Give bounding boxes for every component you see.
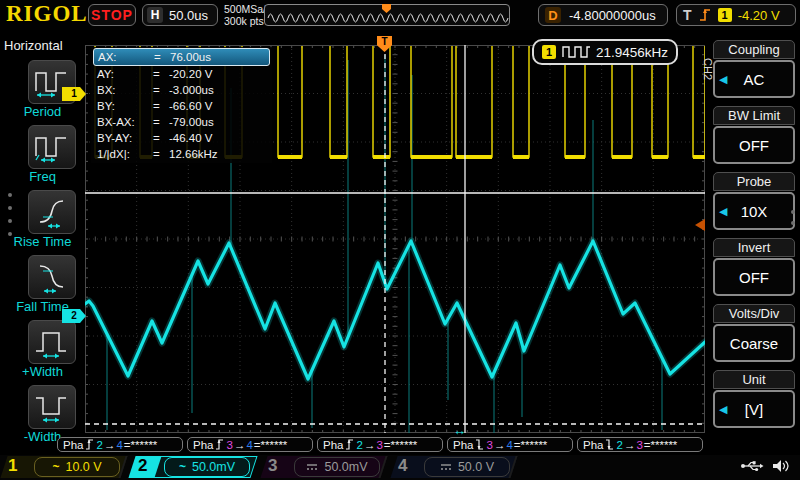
channel1-status[interactable]: 1 ~ 10.0 V <box>0 455 128 479</box>
trigger-source-badge: 1 <box>718 8 732 22</box>
run-state-label: STOP <box>91 7 133 23</box>
cursor-row-ax[interactable]: AX: = 76.00us <box>93 48 270 66</box>
softkey-bw-limit[interactable]: BW Limit ◀OFF <box>713 106 795 164</box>
equals-sign: = <box>154 51 170 63</box>
cursor-value: -3.000us <box>169 84 266 96</box>
source-a: 3 <box>226 439 232 451</box>
channel3-status[interactable]: 3 ~ 50.0mV <box>260 455 388 479</box>
measure-freq-button[interactable] <box>28 125 76 169</box>
cursor-label: 1/|dX|: <box>97 148 153 160</box>
measure-fall-time-button[interactable] <box>28 255 76 299</box>
arrow-icon: → <box>624 439 636 451</box>
measure-name: Pha <box>583 439 603 451</box>
equals-sign: = <box>153 132 169 144</box>
equals-sign: = <box>153 84 169 96</box>
equals-sign: = <box>153 116 169 128</box>
cursor-row-bxax: BX-AX: = -79.00us <box>93 114 270 130</box>
channel-scale-box: ~ 50.0mV <box>294 457 380 477</box>
menu-page-dots <box>791 210 795 225</box>
frequency-counter: 1 21.9456kHz <box>532 39 678 65</box>
run-state-indicator: STOP <box>88 4 136 26</box>
equals-sign: = <box>153 148 169 160</box>
equals-sign: = <box>153 100 169 112</box>
rigol-logo: RIGOL <box>6 1 88 27</box>
softkey-unit[interactable]: Unit ◀[V] <box>713 370 795 428</box>
softkey-value: OFF <box>739 137 769 154</box>
channel2-status[interactable]: 2 ~ 50.0mV <box>130 455 258 479</box>
measure-value: =****** <box>644 439 678 451</box>
ac-coupling-icon: ~ <box>179 460 186 474</box>
counter-source-badge: 1 <box>542 45 556 59</box>
rising-edge-icon <box>345 438 354 451</box>
cursor-label: AX: <box>98 51 154 63</box>
measure-value: =****** <box>124 439 158 451</box>
source-a: 2 <box>96 439 102 451</box>
measurement-cell-1[interactable]: Pha 2 → 4 =****** <box>57 437 183 452</box>
h-scale-value: 50.0us <box>169 8 208 23</box>
cursor-row-byay: BY-AY: = -46.40 V <box>93 130 270 146</box>
cursor-value: -46.40 V <box>169 132 266 144</box>
measure-pos-width-button[interactable] <box>28 320 76 364</box>
cursor-row-freq: 1/|dX|: = 12.66kHz <box>93 146 270 162</box>
measurement-cell-2[interactable]: Pha 3 → 4 =****** <box>187 437 313 452</box>
channel-scale: 50.0mV <box>192 460 235 474</box>
arrow-icon: → <box>364 439 376 451</box>
channel-scale: 50.0 V <box>458 460 494 474</box>
softkey-invert[interactable]: Invert ◀OFF <box>713 238 795 296</box>
softkey-value: [V] <box>745 401 763 418</box>
source-b: 3 <box>636 439 642 451</box>
channel-number: 4 <box>398 456 407 476</box>
softkey-probe[interactable]: Probe ◀10X <box>713 172 795 230</box>
oscilloscope-screen: RIGOL STOP H 50.0us 500MSa/s 300k pts D … <box>0 0 800 480</box>
cursor-label: BY: <box>97 100 153 112</box>
source-a: 3 <box>486 439 492 451</box>
left-arrow-icon: ◀ <box>719 205 727 218</box>
measurement-cell-3[interactable]: Pha 2 → 3 =****** <box>317 437 443 452</box>
cursor-label: BY-AY: <box>97 132 153 144</box>
delay-box: D -4.80000000us <box>538 4 668 26</box>
cursor-label: BX: <box>97 84 153 96</box>
cursor-row-ay: AY: = -20.20 V <box>93 66 270 82</box>
rising-edge-icon <box>215 438 224 451</box>
softkey-volts-div[interactable]: Volts/Div ◀Coarse <box>713 304 795 362</box>
channel-number: 3 <box>268 456 277 476</box>
softkey-value: AC <box>744 71 765 88</box>
source-b: 4 <box>116 439 122 451</box>
measure-neg-width-button[interactable] <box>28 385 76 429</box>
channel2-menu: CH2 Coupling ◀AC BW Limit ◀OFF Probe ◀10… <box>705 30 800 455</box>
softkey-label: Invert <box>713 238 795 257</box>
menu-page-dots <box>8 193 12 236</box>
measurement-cell-4[interactable]: Pha 3 → 4 =****** <box>447 437 573 452</box>
trigger-level-marker[interactable] <box>695 219 705 231</box>
minus-width-icon <box>32 390 72 424</box>
cursor-label: AY: <box>97 68 153 80</box>
cursor-move-icon[interactable]: ↔ <box>453 423 466 438</box>
arrow-icon: → <box>104 439 116 451</box>
trigger-label: T <box>683 7 692 23</box>
dc-coupling-icon <box>440 462 452 472</box>
waveform-preview-strip[interactable] <box>264 4 510 26</box>
rise-time-label: Rise Time <box>0 234 85 249</box>
channel-number: 1 <box>8 456 17 476</box>
measure-rise-time-button[interactable] <box>28 190 76 234</box>
cursor-row-bx: BX: = -3.000us <box>93 82 270 98</box>
channel-number: 2 <box>138 456 147 476</box>
cursor-value: -66.60 V <box>169 100 266 112</box>
channel4-status[interactable]: 4 ~ 50.0 V <box>390 455 518 479</box>
measure-value: =****** <box>384 439 418 451</box>
rising-edge-icon <box>698 7 712 23</box>
source-a: 2 <box>616 439 622 451</box>
measure-name: Pha <box>63 439 83 451</box>
source-b: 3 <box>376 439 382 451</box>
softkey-coupling[interactable]: Coupling ◀AC <box>713 40 795 98</box>
softkey-label: Coupling <box>713 40 795 59</box>
top-status-bar: RIGOL STOP H 50.0us 500MSa/s 300k pts D … <box>0 0 800 30</box>
rise-time-icon <box>32 195 72 229</box>
softkey-value: OFF <box>739 269 769 286</box>
source-b: 4 <box>506 439 512 451</box>
softkey-label: Volts/Div <box>713 304 795 323</box>
measurement-cell-5[interactable]: Pha 2 → 3 =****** <box>577 437 703 452</box>
channel-scale-box: ~ 50.0mV <box>164 457 250 477</box>
falling-edge-icon <box>475 438 484 451</box>
cursor-measurement-panel: AX: = 76.00us AY: = -20.20 V BX: = -3.00… <box>91 47 272 163</box>
